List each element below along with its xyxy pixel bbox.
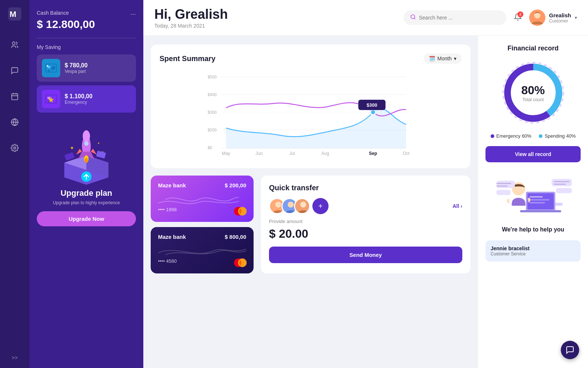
search-bar[interactable] <box>404 10 506 25</box>
chart-tooltip-value: $300 <box>367 102 377 108</box>
calendar-small-icon: 🗓️ <box>429 56 435 61</box>
upgrade-section: ✦ ✦ ✦ Upgrade plan Upgrade plan to highl… <box>37 122 136 359</box>
avatar-row: + <box>269 198 329 214</box>
saving-amount-vespa: $ 780,00 <box>65 62 131 69</box>
donut-chart: 80% Total count <box>500 60 566 126</box>
svg-point-30 <box>411 15 415 19</box>
svg-rect-74 <box>496 190 510 195</box>
bank-cards: Maze bank $ 200,00 •••• 1998 <box>151 176 254 273</box>
top-bar: Hi, Grealish Today, 28 March 2021 2 <box>143 0 588 36</box>
greeting-title: Hi, Grealish <box>154 7 228 22</box>
amount-display: $ 20.00 <box>269 227 462 241</box>
qt-add-button[interactable]: + <box>312 198 329 214</box>
more-options-button[interactable]: ... <box>130 9 136 17</box>
view-all-record-button[interactable]: View all record <box>485 146 581 162</box>
support-svg <box>489 170 577 217</box>
qt-avatar-3[interactable] <box>294 198 310 214</box>
support-title: We're help to help you <box>485 226 581 233</box>
svg-rect-71 <box>530 202 545 204</box>
saving-amount-emergency: $ 1.100,00 <box>65 93 131 100</box>
bank-card-2[interactable]: Maze bank $ 800,00 •••• 4580 <box>151 227 254 273</box>
svg-text:May: May <box>222 151 230 156</box>
svg-text:Jun: Jun <box>255 151 262 156</box>
support-card[interactable]: Jennie bracelist Customer Service <box>485 240 581 262</box>
user-name: Grealish <box>549 12 571 18</box>
spent-header: Spent Summary 🗓️ Month ▾ <box>159 53 462 64</box>
user-details: Grealish Customer <box>549 12 571 24</box>
quick-transfer-title: Quick transfer <box>269 184 462 192</box>
sidebar-item-settings[interactable] <box>7 141 22 155</box>
search-input[interactable] <box>419 15 500 21</box>
middle-section: Spent Summary 🗓️ Month ▾ $500 $400 $300 … <box>143 36 478 368</box>
mastercard-logo-1 <box>233 206 248 216</box>
month-filter-label: Month <box>437 56 452 61</box>
sidebar-item-chat[interactable] <box>7 63 22 78</box>
month-filter-button[interactable]: 🗓️ Month ▾ <box>424 53 462 64</box>
saving-name-vespa: Vespa part <box>65 69 131 74</box>
user-avatar <box>529 10 545 26</box>
bank-name-1: Maze bank <box>158 182 186 188</box>
svg-rect-69 <box>530 196 543 198</box>
upgrade-now-button[interactable]: Upgrade Now <box>37 211 136 226</box>
svg-point-60 <box>300 202 306 208</box>
svg-point-21 <box>84 141 89 146</box>
svg-point-58 <box>288 202 294 208</box>
legend-emergency: Emergency 60% <box>491 133 531 139</box>
svg-rect-3 <box>12 94 18 100</box>
top-bar-right: 2 Grealish Customer ▾ <box>404 10 577 26</box>
upgrade-desc: Upgrade plan to highly experience <box>53 200 120 205</box>
qt-all-button[interactable]: All › <box>452 203 462 209</box>
mastercard-logo-2 <box>233 258 248 268</box>
bank-name-2: Maze bank <box>158 234 186 240</box>
svg-text:$400: $400 <box>208 92 216 97</box>
bank-amount-2: $ 800,00 <box>225 234 246 240</box>
saving-card-emergency[interactable]: $ 1.100,00 Emergency <box>37 85 136 113</box>
svg-rect-77 <box>552 179 572 186</box>
donut-label: Total count <box>521 97 545 102</box>
svg-point-2 <box>12 42 15 45</box>
chat-bubble-button[interactable] <box>561 341 579 359</box>
svg-rect-76 <box>496 185 508 187</box>
svg-line-31 <box>414 18 415 19</box>
svg-text:$0: $0 <box>208 145 212 150</box>
greeting-date: Today, 28 March 2021 <box>154 23 228 29</box>
user-info[interactable]: Grealish Customer ▾ <box>529 10 577 26</box>
sidebar-item-users[interactable] <box>7 38 22 52</box>
spending-dot <box>539 134 542 138</box>
svg-point-9 <box>14 147 16 149</box>
bank-card-1[interactable]: Maze bank $ 200,00 •••• 1998 <box>151 176 254 222</box>
svg-rect-75 <box>496 183 511 184</box>
cash-amount: $ 12.800,00 <box>37 18 136 31</box>
sidebar: M >> <box>0 0 29 368</box>
sidebar-item-calendar[interactable] <box>7 89 22 104</box>
sidebar-expand-button[interactable]: >> <box>12 355 18 361</box>
emergency-label: Emergency 60% <box>496 133 531 139</box>
emergency-dot <box>491 134 494 138</box>
spent-summary-title: Spent Summary <box>159 54 215 63</box>
donut-percent: 80% <box>521 84 545 97</box>
svg-point-20 <box>83 130 90 142</box>
quick-transfer-card: Quick transfer <box>261 176 470 273</box>
notification-button[interactable]: 2 <box>514 13 522 23</box>
svg-rect-79 <box>554 181 570 182</box>
main-content: Hi, Grealish Today, 28 March 2021 2 <box>143 0 588 368</box>
chart-highlight-point <box>370 110 376 115</box>
saving-name-emergency: Emergency <box>65 100 131 105</box>
svg-text:Jul: Jul <box>289 151 295 156</box>
legend-spending: Spending 40% <box>539 133 576 139</box>
right-panel: Financial record 80% Total count <box>478 36 588 368</box>
send-money-button[interactable]: Send Money <box>269 247 462 263</box>
svg-rect-70 <box>530 199 549 201</box>
spent-chart: $500 $400 $300 $200 $0 <box>159 71 462 159</box>
svg-rect-67 <box>527 193 554 209</box>
spending-label: Spending 40% <box>545 133 576 139</box>
sidebar-item-globe[interactable] <box>7 115 22 130</box>
search-icon <box>410 14 416 21</box>
left-panel: Cash Balance ... $ 12.800,00 My Saving $… <box>29 0 143 368</box>
svg-text:Oct: Oct <box>403 151 410 156</box>
saving-card-vespa[interactable]: $ 780,00 Vespa part <box>37 54 136 82</box>
user-role: Customer <box>549 18 571 24</box>
svg-rect-14 <box>47 65 48 67</box>
saving-info-emergency: $ 1.100,00 Emergency <box>65 93 131 105</box>
content-area: Spent Summary 🗓️ Month ▾ $500 $400 $300 … <box>143 36 588 368</box>
